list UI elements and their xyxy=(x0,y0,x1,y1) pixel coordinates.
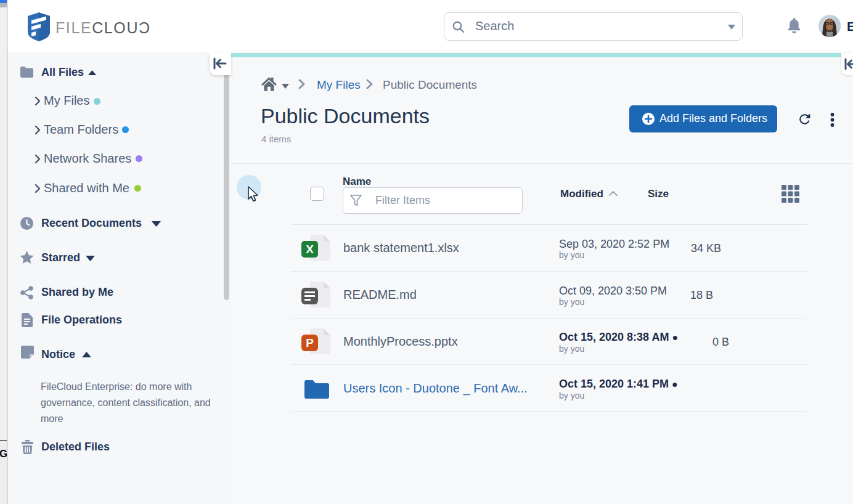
svg-text:X: X xyxy=(306,243,314,256)
svg-text:P: P xyxy=(306,336,314,349)
